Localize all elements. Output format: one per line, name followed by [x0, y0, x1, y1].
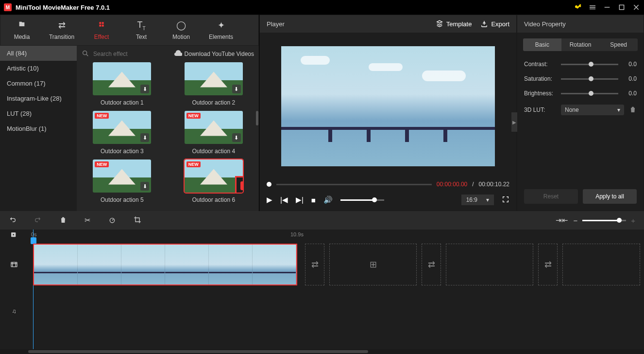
svg-rect-1: [619, 5, 624, 9]
transition-slot[interactable]: ⇄: [538, 244, 558, 285]
tool-motion[interactable]: ◯Motion: [162, 17, 201, 43]
audio-track[interactable]: [28, 288, 644, 335]
titlebar: M MiniTool MovieMaker Free 7.0.1: [0, 0, 644, 15]
category-lut[interactable]: LUT (28): [0, 106, 77, 121]
property-title: Video Property: [517, 15, 644, 33]
timeline-ruler[interactable]: 0s 10.9s: [28, 230, 644, 241]
video-clip[interactable]: [33, 244, 297, 285]
search-input[interactable]: [93, 51, 170, 57]
effect-outdoor-action-2[interactable]: ⬇Outdoor action 2: [172, 62, 255, 106]
crop-button[interactable]: [134, 216, 141, 225]
category-all[interactable]: All (84): [0, 46, 77, 61]
effect-outdoor-action-1[interactable]: ⬇Outdoor action 1: [81, 62, 164, 106]
redo-button[interactable]: [34, 216, 42, 225]
scrollbar-thumb[interactable]: [256, 111, 258, 125]
template-button[interactable]: Template: [436, 20, 472, 28]
contrast-value: 0.0: [623, 61, 637, 68]
empty-slot[interactable]: [562, 244, 640, 285]
zoom-in-button[interactable]: +: [631, 216, 635, 225]
app-logo: M: [4, 3, 12, 11]
tab-rotation[interactable]: Rotation: [561, 38, 600, 51]
svg-rect-9: [11, 262, 17, 266]
new-badge: NEW: [186, 113, 201, 119]
zoom-out-button[interactable]: −: [573, 216, 577, 225]
video-track-icon: [0, 241, 28, 288]
undo-button[interactable]: [9, 216, 17, 225]
volume-slider[interactable]: [340, 199, 384, 201]
snap-icon[interactable]: ⇥⇤: [556, 216, 568, 225]
player-title: Player: [267, 20, 285, 28]
download-icon[interactable]: ⬇: [140, 182, 149, 191]
download-youtube-link[interactable]: Download YouTube Videos: [174, 50, 254, 58]
reset-button[interactable]: Reset: [524, 189, 578, 204]
menu-icon[interactable]: [589, 3, 596, 11]
new-badge: NEW: [95, 113, 109, 119]
transition-slot[interactable]: ⇄: [305, 244, 324, 285]
speed-button[interactable]: [108, 216, 116, 225]
zoom-slider[interactable]: [582, 220, 626, 221]
minimize-icon[interactable]: [603, 3, 611, 11]
download-icon[interactable]: ⬇: [232, 133, 241, 142]
timeline-scrollbar[interactable]: [0, 349, 644, 354]
left-panel: Media ⇄Transition Effect TTText ◯Motion …: [0, 15, 259, 211]
download-icon[interactable]: ⬇: [140, 133, 149, 142]
brightness-slider[interactable]: [561, 93, 618, 94]
stop-button[interactable]: ■: [311, 196, 316, 204]
aspect-ratio-select[interactable]: 16:9▾: [461, 195, 494, 205]
lut-select[interactable]: None▾: [561, 105, 624, 115]
svg-rect-0: [605, 7, 610, 7]
panel-expand-tab[interactable]: ▶: [511, 112, 517, 132]
main-toolbar: Media ⇄Transition Effect TTText ◯Motion …: [0, 15, 258, 45]
effects-grid: ⬇Outdoor action 1 ⬇Outdoor action 2 NEW⬇…: [77, 62, 259, 211]
delete-button[interactable]: [59, 216, 67, 225]
add-effect-button[interactable]: +: [235, 176, 243, 193]
tab-basic[interactable]: Basic: [523, 38, 561, 51]
split-button[interactable]: ✂: [85, 216, 91, 225]
category-motionblur[interactable]: MotionBlur (1): [0, 121, 77, 136]
apply-all-button[interactable]: Apply to all: [583, 189, 637, 204]
empty-slot[interactable]: ⊞: [329, 244, 417, 285]
tool-transition[interactable]: ⇄Transition: [42, 17, 81, 43]
tool-effect[interactable]: Effect: [82, 17, 121, 43]
volume-icon[interactable]: 🔊: [323, 195, 333, 204]
close-icon[interactable]: [632, 3, 640, 11]
export-button[interactable]: Export: [480, 20, 509, 28]
prev-button[interactable]: |◀: [280, 195, 288, 204]
tool-text[interactable]: TTText: [122, 17, 161, 43]
effect-outdoor-action-4[interactable]: NEW⬇Outdoor action 4: [172, 111, 255, 155]
contrast-label: Contrast:: [524, 61, 556, 68]
contrast-slider[interactable]: [561, 64, 618, 65]
transition-slot[interactable]: ⇄: [422, 244, 441, 285]
fullscreen-button[interactable]: [502, 195, 509, 205]
audio-track-icon: ♫: [0, 288, 28, 335]
tool-media[interactable]: Media: [2, 17, 41, 43]
trash-icon[interactable]: [629, 106, 637, 115]
lut-label: 3D LUT:: [524, 106, 556, 113]
maximize-icon[interactable]: [618, 3, 626, 11]
category-common[interactable]: Common (17): [0, 76, 77, 91]
effect-categories: All (84) Artistic (10) Common (17) Insta…: [0, 46, 77, 211]
saturation-slider[interactable]: [561, 78, 618, 80]
effect-outdoor-action-6[interactable]: NEW+Outdoor action 6: [172, 159, 255, 203]
category-instagram[interactable]: Instagram-Like (28): [0, 91, 77, 106]
play-button[interactable]: ▶: [267, 195, 272, 204]
empty-slot[interactable]: [446, 244, 533, 285]
svg-rect-2: [99, 22, 101, 24]
progress-bar[interactable]: 00:00:00.00 / 00:00:10.22: [260, 179, 516, 189]
effect-outdoor-action-3[interactable]: NEW⬇Outdoor action 3: [81, 111, 164, 155]
tab-speed[interactable]: Speed: [599, 38, 638, 51]
svg-rect-4: [99, 24, 101, 26]
download-icon[interactable]: ⬇: [232, 85, 241, 93]
player-panel: Player Template Export 00:00:00.00 / 00:…: [260, 15, 516, 211]
saturation-label: Saturation:: [524, 75, 556, 82]
next-button[interactable]: ▶|: [296, 195, 304, 204]
effect-outdoor-action-5[interactable]: NEW⬇Outdoor action 5: [81, 159, 164, 203]
download-icon[interactable]: ⬇: [140, 85, 149, 93]
add-track-button[interactable]: [0, 230, 28, 241]
video-track[interactable]: ⇄ ⊞ ⇄ ⇄: [28, 241, 644, 288]
new-badge: NEW: [95, 161, 109, 167]
category-artistic[interactable]: Artistic (10): [0, 61, 77, 76]
key-icon[interactable]: [574, 3, 582, 11]
tool-elements[interactable]: ✦Elements: [202, 17, 240, 43]
video-preview: [260, 33, 516, 179]
